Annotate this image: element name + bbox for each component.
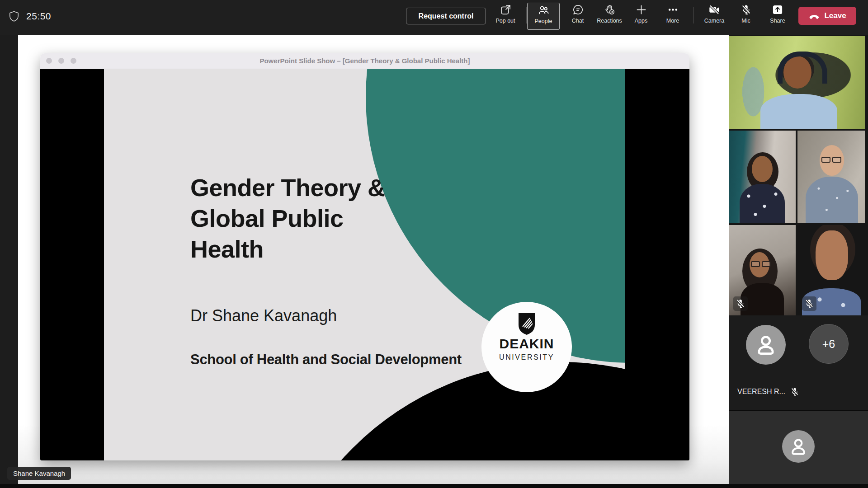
slide-title: Gender Theory & Global Public Health	[190, 172, 385, 264]
slide-black-circle-shape	[267, 362, 625, 460]
glasses	[821, 157, 841, 163]
extra-participant-section	[729, 410, 868, 485]
participant-name: VEERESH R...	[737, 388, 785, 396]
participant-video-3[interactable]	[797, 131, 865, 223]
chat-icon	[572, 4, 584, 16]
share-icon	[771, 4, 784, 16]
participant-video-5[interactable]	[797, 225, 865, 315]
mic-off-icon	[740, 4, 752, 16]
muted-mic-icon	[802, 296, 816, 311]
participant-avatar[interactable]	[782, 430, 815, 463]
hang-up-icon	[808, 10, 820, 22]
more-dots-icon	[667, 4, 679, 16]
meeting-timer: 25:50	[26, 11, 51, 22]
camera-off-icon	[708, 4, 721, 16]
slide-school: School of Health and Social Development	[190, 352, 462, 368]
chat-button[interactable]: Chat	[561, 4, 594, 24]
ppt-titlebar: PowerPoint Slide Show – [Gender Theory &…	[40, 53, 689, 69]
people-button[interactable]: People	[527, 3, 560, 30]
headphones	[778, 52, 827, 84]
presentation-stage: PowerPoint Slide Show – [Gender Theory &…	[0, 35, 729, 488]
apps-plus-icon	[635, 4, 647, 16]
deakin-shield-icon	[517, 313, 536, 335]
participant-video-4[interactable]	[729, 225, 796, 315]
glasses	[751, 261, 771, 267]
person-icon	[754, 333, 778, 357]
apps-button[interactable]: Apps	[625, 4, 657, 24]
deakin-wordmark: DEAKIN	[481, 337, 572, 351]
participant-video-1[interactable]	[729, 36, 865, 129]
participant-avatar[interactable]	[746, 325, 786, 365]
share-button[interactable]: Share	[761, 4, 794, 24]
participants-sidebar: +6 VEERESH R...	[729, 35, 868, 488]
more-button[interactable]: More	[656, 4, 689, 24]
pop-out-icon	[500, 4, 512, 16]
leave-button[interactable]: Leave	[798, 7, 856, 25]
participant-video-2[interactable]	[729, 131, 796, 223]
muted-mic-icon	[790, 387, 800, 397]
reactions-button[interactable]: Reactions	[593, 4, 626, 24]
deakin-university-wordmark: UNIVERSITY	[481, 354, 572, 361]
meeting-toolbar: 25:50 Request control Pop out People	[0, 0, 868, 35]
mic-button[interactable]: Mic	[730, 4, 762, 24]
pop-out-button[interactable]: Pop out	[489, 4, 522, 24]
deakin-logo-badge: DEAKIN UNIVERSITY	[481, 302, 572, 392]
audio-participant-row: +6 VEERESH R...	[729, 315, 868, 410]
reactions-icon	[604, 4, 616, 16]
presenter-name-label: Shane Kavanagh	[7, 467, 71, 480]
people-icon	[538, 4, 550, 16]
muted-mic-icon	[733, 296, 748, 311]
shield-icon	[9, 11, 19, 22]
person-icon	[788, 436, 808, 456]
screen-bottom-edge	[0, 484, 868, 488]
overflow-participants-badge[interactable]: +6	[809, 324, 849, 364]
meeting-timer-group: 25:50	[9, 11, 51, 22]
stage-left-gutter	[0, 35, 18, 488]
shared-powerpoint-window[interactable]: PowerPoint Slide Show – [Gender Theory &…	[40, 53, 689, 460]
slide-author: Dr Shane Kavanagh	[190, 306, 337, 325]
request-control-button[interactable]: Request control	[406, 8, 486, 24]
toolbar-divider-2	[693, 7, 693, 23]
teams-meeting-window: 25:50 Request control Pop out People	[0, 0, 868, 488]
camera-button[interactable]: Camera	[698, 4, 731, 24]
ppt-window-title: PowerPoint Slide Show – [Gender Theory &…	[40, 57, 689, 65]
slide-background: DEAKIN UNIVERSITY Gender Theory & Global…	[104, 69, 625, 460]
slide-canvas: DEAKIN UNIVERSITY Gender Theory & Global…	[40, 69, 689, 460]
participant-name-row: VEERESH R...	[729, 387, 808, 397]
toolbar-divider	[526, 7, 527, 23]
